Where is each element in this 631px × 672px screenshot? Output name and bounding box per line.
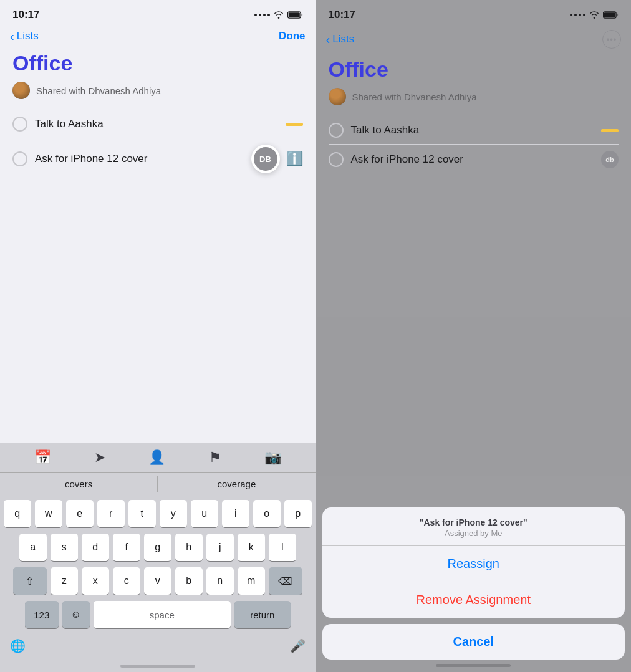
key-u[interactable]: u: [191, 500, 218, 527]
person-toolbar-icon[interactable]: 👤: [148, 449, 165, 466]
keyboard-area: 📅 ➤ 👤 ⚑ 📷 covers coverage q w e r t y u …: [0, 443, 316, 672]
back-button-left[interactable]: ‹ Lists: [10, 30, 39, 42]
key-f[interactable]: f: [113, 534, 140, 561]
status-bar-left: 10:17: [0, 0, 316, 26]
shared-text-right: Shared with Dhvanesh Adhiya: [352, 92, 477, 102]
flag-toolbar-icon[interactable]: ⚑: [209, 449, 221, 466]
status-bar-right: 10:17: [316, 0, 632, 26]
keyboard-row-3: ⇧ z x c v b n m ⌫: [2, 567, 313, 595]
key-y[interactable]: y: [160, 500, 187, 527]
key-k[interactable]: k: [238, 534, 265, 561]
task-row-1-right[interactable]: Talk to Aashka: [329, 117, 619, 145]
remove-assignment-button[interactable]: Remove Assignment: [322, 582, 625, 618]
key-h[interactable]: h: [175, 534, 203, 561]
shared-text-left: Shared with Dhvanesh Adhiya: [36, 85, 161, 96]
back-label-right: Lists: [332, 33, 354, 46]
action-sheet-header: "Ask for iPhone 12 cover" Assigned by Me: [322, 507, 625, 546]
key-m[interactable]: m: [238, 567, 265, 595]
chevron-left-icon-right: ‹: [326, 33, 330, 46]
key-w[interactable]: w: [35, 500, 62, 527]
home-bar-left: [120, 665, 195, 668]
toolbar-row: 📅 ➤ 👤 ⚑ 📷: [0, 443, 316, 473]
task-text-2-right: Ask for iPhone 12 cover: [351, 153, 602, 166]
key-o[interactable]: o: [253, 500, 281, 527]
action-sheet-cancel: Cancel: [322, 624, 625, 660]
key-d[interactable]: d: [82, 534, 109, 561]
cancel-button[interactable]: Cancel: [322, 624, 625, 660]
key-e[interactable]: e: [66, 500, 94, 527]
wifi-icon: [274, 11, 284, 19]
key-shift[interactable]: ⇧: [13, 567, 47, 595]
task-row-1-left[interactable]: Talk to Aashka: [12, 110, 303, 138]
task-circle-1-left[interactable]: [12, 117, 27, 132]
status-time-left: 10:17: [12, 9, 39, 21]
key-l[interactable]: l: [269, 534, 296, 561]
key-x[interactable]: x: [82, 567, 109, 595]
signal-icon-right: [570, 14, 585, 16]
task-circle-2-left[interactable]: [12, 151, 27, 166]
done-button[interactable]: Done: [279, 30, 306, 42]
suggestion-2[interactable]: coverage: [158, 476, 315, 492]
wifi-icon-right: [589, 11, 599, 19]
action-sheet-subtitle: Assigned by Me: [332, 529, 615, 538]
keyboard-row-2: a s d f g h j k l: [2, 534, 313, 561]
mic-icon[interactable]: 🎤: [290, 638, 306, 653]
suggestion-1[interactable]: covers: [0, 476, 158, 492]
key-num-toggle[interactable]: 123: [25, 601, 59, 628]
calendar-toolbar-icon[interactable]: 📅: [34, 449, 51, 466]
svg-rect-5: [617, 14, 619, 16]
task-circle-1-right[interactable]: [329, 123, 344, 138]
keyboard-row-4: 123 ☺ space return: [2, 601, 313, 628]
db-avatar-big: DB: [254, 147, 277, 171]
task-row-2-right[interactable]: Ask for iPhone 12 cover db: [329, 145, 619, 175]
shared-row-left: Shared with Dhvanesh Adhiya: [12, 82, 303, 99]
task-stripe-1-left: [286, 123, 303, 126]
reassign-button[interactable]: Reassign: [322, 546, 625, 582]
back-button-right[interactable]: ‹ Lists: [326, 33, 355, 46]
key-p[interactable]: p: [284, 500, 312, 527]
right-panel: 10:17 ‹ Lists •: [316, 0, 632, 672]
globe-icon[interactable]: 🌐: [10, 638, 26, 653]
camera-toolbar-icon[interactable]: 📷: [264, 449, 281, 466]
more-button-right[interactable]: •••: [602, 30, 621, 49]
key-s[interactable]: s: [51, 534, 78, 561]
key-a[interactable]: a: [19, 534, 47, 561]
info-button[interactable]: ℹ️: [286, 152, 303, 166]
home-bar-right: [436, 664, 511, 667]
signal-icon: [254, 14, 270, 16]
key-i[interactable]: i: [222, 500, 249, 527]
chevron-left-icon: ‹: [10, 30, 14, 42]
key-c[interactable]: c: [113, 567, 140, 595]
key-space[interactable]: space: [94, 601, 231, 628]
task-circle-2-right[interactable]: [329, 152, 344, 167]
task-row-2-left[interactable]: Ask for iPhone 12 cover DB ℹ️: [12, 138, 303, 180]
list-title-right: Office: [329, 57, 619, 82]
key-q[interactable]: q: [4, 500, 31, 527]
assign-db-button[interactable]: DB: [251, 145, 280, 173]
left-panel: 10:17 ‹ Lists Done: [0, 0, 316, 672]
key-r[interactable]: r: [97, 500, 125, 527]
svg-rect-2: [301, 14, 302, 16]
key-t[interactable]: t: [128, 500, 156, 527]
location-toolbar-icon[interactable]: ➤: [94, 449, 105, 466]
key-b[interactable]: b: [175, 567, 203, 595]
task-text-2-left: Ask for iPhone 12 cover: [35, 153, 245, 165]
avatar-shared-right: [329, 88, 346, 105]
task-stripe-1-right: [601, 129, 619, 132]
key-j[interactable]: j: [206, 534, 234, 561]
svg-rect-1: [288, 12, 299, 17]
avatar-shared-left: [12, 82, 30, 99]
key-g[interactable]: g: [144, 534, 171, 561]
key-return[interactable]: return: [234, 601, 291, 628]
action-sheet-container: "Ask for iPhone 12 cover" Assigned by Me…: [316, 507, 632, 672]
dots-icon: •••: [607, 35, 617, 44]
key-delete[interactable]: ⌫: [269, 567, 302, 595]
key-n[interactable]: n: [206, 567, 234, 595]
key-emoji[interactable]: ☺: [62, 601, 90, 628]
key-z[interactable]: z: [51, 567, 78, 595]
content-left: Office Shared with Dhvanesh Adhiya Talk …: [0, 49, 316, 180]
suggestions-row: covers coverage: [0, 473, 316, 496]
key-v[interactable]: v: [144, 567, 171, 595]
status-icons-right: [570, 11, 619, 19]
content-right: Office Shared with Dhvanesh Adhiya Talk …: [316, 55, 632, 175]
